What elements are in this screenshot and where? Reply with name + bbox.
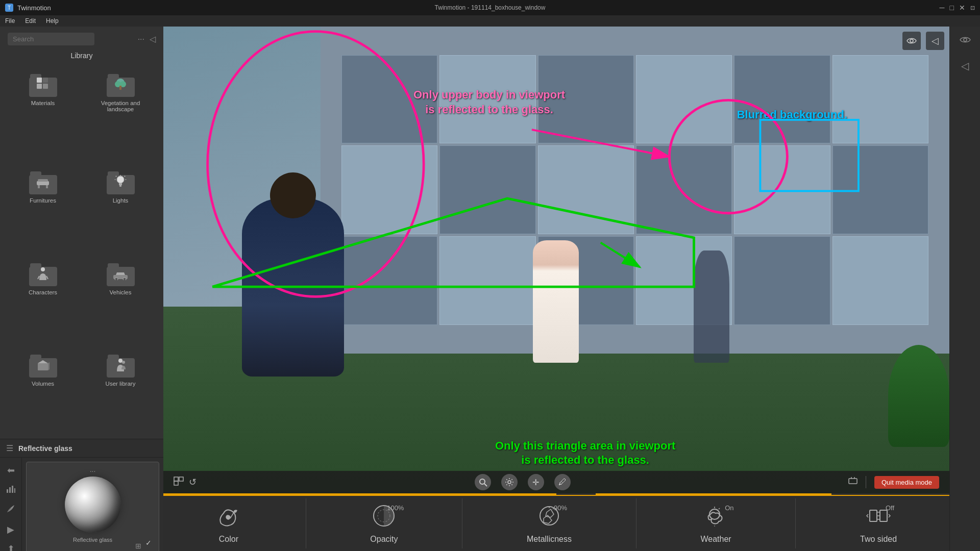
- svg-rect-46: [174, 481, 178, 485]
- sidebar-more-icon[interactable]: ···: [138, 35, 144, 44]
- preview-more-dots[interactable]: ...: [90, 465, 96, 473]
- back-icon[interactable]: ◁: [926, 32, 944, 50]
- furnitures-icon: [36, 177, 50, 191]
- vegetation-right: [888, 345, 949, 447]
- sidebar-item-vegetation[interactable]: Vegetation and landscape: [83, 67, 158, 162]
- corner-icon[interactable]: ⊡: [970, 5, 975, 11]
- right-panel: ◁: [949, 27, 980, 551]
- svg-point-12: [117, 176, 124, 183]
- prop-two-sided-icon-wrap: Off: [866, 503, 891, 531]
- panel-export-icon[interactable]: ⬆: [5, 541, 17, 551]
- glass-pane: [341, 145, 437, 234]
- pen-tool-button[interactable]: 🖊: [554, 474, 571, 490]
- panel-import-icon[interactable]: ⬅: [5, 463, 17, 478]
- settings-tool-button[interactable]: [501, 474, 518, 490]
- prop-color[interactable]: Color: [216, 503, 241, 544]
- panel-play-icon[interactable]: ▶: [5, 522, 16, 537]
- sidebar-item-materials[interactable]: Materials: [5, 67, 81, 162]
- toolbar-extra-icon[interactable]: [848, 477, 857, 488]
- sidebar-item-characters[interactable]: Characters: [5, 256, 81, 345]
- panel-left-icons: ⬅ ▶: [0, 458, 22, 551]
- toolbar-right: Quit media mode: [848, 476, 939, 489]
- material-preview[interactable]: ... Reflective glass ✓ ⊞: [26, 462, 159, 551]
- prop-metallicness[interactable]: 90% Metallicness: [527, 503, 572, 544]
- sidebar: ··· ◁ Library: [0, 27, 163, 551]
- sidebar-item-user-library[interactable]: User library: [83, 347, 158, 437]
- glass-pane: [636, 55, 732, 144]
- prop-divider-2: [462, 498, 462, 548]
- svg-rect-45: [179, 477, 183, 481]
- panel-title: Reflective glass: [18, 444, 72, 453]
- prop-opacity[interactable]: 100% Opacity: [370, 503, 398, 544]
- right-icon-back[interactable]: ◁: [958, 57, 972, 75]
- color-icon: [216, 503, 241, 529]
- menu-edit[interactable]: Edit: [25, 17, 36, 24]
- svg-point-26: [123, 278, 126, 280]
- svg-rect-2: [37, 78, 42, 83]
- sidebar-item-vehicles[interactable]: Vehicles: [83, 256, 158, 345]
- svg-point-47: [480, 479, 485, 484]
- glass-pane: [832, 145, 928, 234]
- glass-pane: [341, 236, 437, 325]
- move-tool-button[interactable]: ✛: [528, 474, 544, 490]
- panel-stats-icon[interactable]: [4, 482, 17, 498]
- glass-pane: [832, 55, 928, 144]
- character-front: [533, 240, 579, 363]
- app-icon: T: [5, 4, 13, 12]
- material-grid-icon[interactable]: ⊞: [135, 542, 141, 550]
- panel-menu-icon[interactable]: ☰: [6, 443, 13, 453]
- menu-help[interactable]: Help: [46, 17, 59, 24]
- viewport: Only upper body in viewport is reflected…: [163, 27, 949, 493]
- svg-rect-11: [46, 185, 48, 188]
- prop-divider-4: [795, 498, 796, 548]
- minimize-button[interactable]: ─: [940, 4, 945, 12]
- sidebar-collapse-icon[interactable]: ◁: [150, 34, 156, 44]
- svg-line-61: [719, 508, 720, 509]
- svg-line-23: [46, 276, 48, 279]
- search-tool-button[interactable]: [475, 474, 491, 490]
- volumes-icon: [36, 358, 50, 374]
- vehicles-label: Vehicles: [110, 289, 132, 295]
- sidebar-actions: ··· ◁: [138, 34, 156, 44]
- furnitures-label: Furnitures: [30, 197, 56, 204]
- glass-pane: [734, 55, 830, 144]
- search-input[interactable]: [8, 33, 94, 45]
- svg-point-68: [964, 38, 967, 41]
- main-layout: ··· ◁ Library: [0, 27, 980, 551]
- close-button[interactable]: ✕: [959, 4, 965, 12]
- titlebar-left: T Twinmotion: [5, 4, 51, 12]
- volumes-label: Volumes: [32, 381, 54, 387]
- quit-media-button[interactable]: Quit media mode: [874, 476, 939, 489]
- weather-value: On: [725, 504, 733, 512]
- menu-file[interactable]: File: [5, 17, 15, 24]
- lights-label: Lights: [113, 197, 129, 204]
- prop-color-icon-wrap: [216, 503, 241, 531]
- maximize-button[interactable]: □: [950, 4, 954, 12]
- glass-pane: [538, 55, 634, 144]
- sidebar-item-lights[interactable]: Lights: [83, 164, 158, 254]
- menubar: File Edit Help: [0, 15, 980, 27]
- glass-pane: [341, 55, 437, 144]
- lights-icon: [115, 175, 126, 191]
- prop-divider-3: [636, 498, 636, 548]
- svg-rect-50: [849, 479, 857, 484]
- prop-weather[interactable]: On Weather: [700, 503, 731, 544]
- toolbar-undo-icon[interactable]: ↺: [189, 477, 197, 488]
- toolbar-left: ↺: [174, 477, 197, 488]
- material-checkmark: ✓: [145, 539, 152, 547]
- right-icon-eye[interactable]: [957, 32, 974, 49]
- eye-icon[interactable]: [902, 32, 921, 50]
- svg-rect-27: [38, 363, 48, 370]
- panel-leaf-icon[interactable]: [4, 502, 17, 518]
- svg-point-25: [115, 278, 118, 280]
- prop-two-sided[interactable]: Off Two sided: [860, 503, 897, 544]
- svg-line-48: [484, 484, 487, 486]
- toolbar-back-icon[interactable]: [174, 477, 184, 488]
- viewport-toolbar: ↺: [163, 471, 949, 493]
- sidebar-item-furnitures[interactable]: Furnitures: [5, 164, 81, 254]
- svg-rect-30: [7, 489, 8, 493]
- user-library-icon: [115, 358, 126, 374]
- svg-rect-8: [37, 181, 49, 185]
- characters-label: Characters: [29, 289, 57, 295]
- sidebar-item-volumes[interactable]: Volumes: [5, 347, 81, 437]
